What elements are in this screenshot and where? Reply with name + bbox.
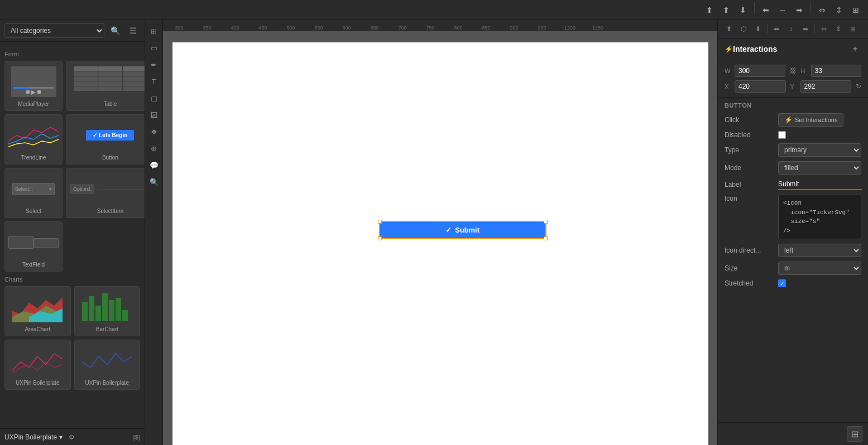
x-input[interactable] bbox=[735, 80, 786, 93]
type-select[interactable]: primary secondary tertiary bbox=[778, 143, 861, 157]
align-center-btn[interactable]: ↔ bbox=[775, 2, 790, 18]
w-input[interactable] bbox=[735, 65, 785, 77]
resize-handle-br[interactable] bbox=[544, 236, 548, 240]
size-select[interactable]: s m l bbox=[778, 262, 861, 275]
sep2 bbox=[811, 2, 811, 13]
position-section: W ⛓ H X Y ↻ bbox=[718, 60, 868, 98]
component-card-button[interactable]: ✓ Lets Begin Button bbox=[66, 114, 145, 165]
bottom-left-bar: UXPin Boilerplate ▾ ⚙ [$] bbox=[0, 428, 145, 445]
resize-handle-tr[interactable] bbox=[544, 220, 548, 224]
y-field-group: Y bbox=[790, 80, 852, 93]
top-toolbar: ⬆ ⬆ ⬇ ⬅ ↔ ➡ ⇔ ⇕ ⊞ bbox=[0, 0, 868, 20]
align-left-btn[interactable]: ⬅ bbox=[758, 2, 774, 18]
prop-label-disabled: Disabled bbox=[725, 131, 775, 139]
wh-row: W ⛓ H bbox=[725, 65, 861, 77]
set-interactions-label: Set Interactions bbox=[795, 117, 837, 123]
canvas-button-element[interactable]: ✓ Submit bbox=[379, 221, 546, 239]
mediaplayer-preview bbox=[8, 65, 59, 99]
prop-row-type: Type primary secondary tertiary bbox=[725, 143, 861, 157]
w-field-group: W bbox=[725, 65, 785, 77]
ruler-mark: 650 bbox=[361, 25, 389, 31]
align-left-right-btn[interactable]: ⬅ bbox=[770, 22, 783, 36]
code-panel-toggle[interactable]: ⊞ bbox=[847, 426, 862, 442]
component-card-barchart[interactable]: BarChart bbox=[74, 286, 141, 336]
search-button[interactable]: 🔍 bbox=[108, 23, 122, 38]
align-bottom-right-btn[interactable]: ⬇ bbox=[751, 22, 765, 36]
w-label: W bbox=[725, 67, 732, 74]
panel-title: Interactions bbox=[733, 45, 849, 54]
settings-button[interactable]: ⚙ bbox=[66, 432, 77, 443]
prop-label-mode: Mode bbox=[725, 164, 775, 172]
pen-tool-icon[interactable]: ✒ bbox=[146, 57, 162, 72]
icon-direction-select[interactable]: left right bbox=[778, 244, 861, 257]
align-center-right-btn[interactable]: ⬡ bbox=[737, 22, 750, 36]
component-card-selectitem[interactable]: Option1 ────────────── SelectItem bbox=[66, 168, 145, 218]
rectangle-tool-icon[interactable]: ▭ bbox=[146, 40, 162, 56]
prop-row-icon: Icon <Icon icon="TickerSvg" size="s" /> bbox=[725, 195, 861, 239]
align-top-right-btn[interactable]: ⬆ bbox=[722, 22, 736, 36]
xy-row: X Y ↻ bbox=[725, 80, 861, 93]
resize-handle-bl[interactable] bbox=[378, 236, 382, 240]
align-middle-right-btn[interactable]: ↕ bbox=[784, 22, 798, 36]
text-tool-icon[interactable]: T bbox=[146, 74, 162, 89]
left-panel-header: All categories 🔍 ☰ bbox=[0, 20, 145, 42]
trendline-label: TrendLine bbox=[21, 154, 46, 161]
component-card-textfield[interactable]: TextField bbox=[4, 221, 63, 272]
mode-select[interactable]: filled outlined ghost bbox=[778, 161, 861, 175]
dist-eq-btn[interactable]: ⊞ bbox=[848, 2, 864, 18]
y-label: Y bbox=[790, 83, 798, 90]
icon-code-box[interactable]: <Icon icon="TickerSvg" size="s" /> bbox=[778, 195, 861, 239]
list-toggle-button[interactable]: ☰ bbox=[126, 23, 140, 38]
rotate-icon[interactable]: ↻ bbox=[856, 83, 861, 90]
stretched-checkbox[interactable]: ✓ bbox=[778, 279, 786, 287]
align-right-btn[interactable]: ➡ bbox=[792, 2, 807, 18]
ruler-mark: 300 bbox=[165, 25, 193, 31]
align-middle-btn[interactable]: ⬆ bbox=[718, 2, 734, 18]
dist-eq-right-btn[interactable]: ⊞ bbox=[846, 22, 860, 36]
component-card-mediaplayer[interactable]: MediaPlayer bbox=[4, 61, 63, 111]
align-right-right-btn[interactable]: ➡ bbox=[799, 22, 812, 36]
add-component-icon[interactable]: ⊞ bbox=[146, 23, 162, 39]
sep1 bbox=[754, 2, 755, 13]
search-canvas-icon[interactable]: 🔍 bbox=[146, 174, 162, 190]
prop-label-icon-direction: Icon direct... bbox=[725, 246, 775, 254]
add-interaction-button[interactable]: + bbox=[849, 43, 861, 55]
component-card-linechart[interactable]: UXPin Boilerplate bbox=[4, 340, 71, 390]
charts-section-label: Charts bbox=[4, 276, 140, 283]
dist-h-btn[interactable]: ⇔ bbox=[814, 2, 830, 18]
image-tool-icon[interactable]: 🖼 bbox=[146, 107, 162, 123]
comment-icon[interactable]: 💬 bbox=[146, 157, 162, 173]
select-label: Select bbox=[26, 208, 41, 214]
section-title: BUTTON bbox=[725, 102, 861, 109]
disabled-checkbox[interactable] bbox=[778, 131, 786, 139]
components-scroll[interactable]: Form MediaPlayer bbox=[0, 42, 145, 428]
align-top-btn[interactable]: ⬆ bbox=[702, 2, 717, 18]
dist-v-right-btn[interactable]: ⇕ bbox=[832, 22, 845, 36]
resize-handle-tl[interactable] bbox=[378, 220, 382, 224]
category-select[interactable]: All categories bbox=[4, 23, 104, 38]
canvas-area[interactable]: ✓ Submit bbox=[163, 31, 717, 445]
component-card-linechart2[interactable]: UXPin Boilerplate bbox=[74, 340, 141, 390]
textfield-label: TextField bbox=[22, 262, 45, 268]
dist-h-right-btn[interactable]: ⇔ bbox=[817, 22, 831, 36]
align-bottom-btn[interactable]: ⬇ bbox=[735, 2, 751, 18]
prop-row-size: Size s m l bbox=[725, 262, 861, 275]
add-icon-btn[interactable]: ⊕ bbox=[146, 141, 162, 156]
h-input[interactable] bbox=[811, 65, 862, 77]
link-proportions-icon[interactable]: ⛓ bbox=[790, 67, 797, 75]
component-card-trendline[interactable]: TrendLine bbox=[4, 114, 63, 165]
dist-v-btn[interactable]: ⇕ bbox=[831, 2, 847, 18]
table-label: Table bbox=[103, 101, 117, 107]
frame-tool-icon[interactable]: ▢ bbox=[146, 90, 162, 106]
component-card-table[interactable]: Table bbox=[66, 61, 145, 111]
set-interactions-lightning-icon: ⚡ bbox=[784, 116, 793, 124]
ruler-mark: 750 bbox=[416, 25, 444, 31]
label-input[interactable] bbox=[778, 179, 862, 190]
app-name: UXPin Boilerplate ▾ bbox=[4, 433, 63, 441]
component-icon[interactable]: ❖ bbox=[146, 124, 162, 139]
component-card-areachart[interactable]: AreaChart bbox=[4, 286, 71, 336]
y-input[interactable] bbox=[800, 80, 852, 93]
set-interactions-button[interactable]: ⚡ Set Interactions bbox=[778, 113, 843, 127]
ruler-marks: 300 350 400 450 500 550 600 650 700 750 … bbox=[163, 20, 612, 31]
component-card-select[interactable]: Select... ▾ Select bbox=[4, 168, 63, 218]
